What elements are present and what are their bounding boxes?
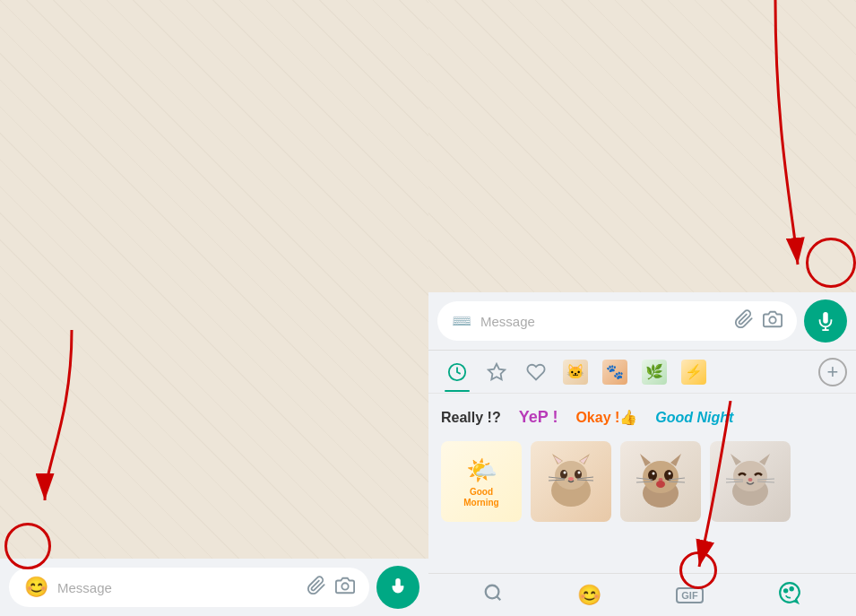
sun-icon: 🌤️ [466,455,497,485]
right-input-bar: ⌨️ Message [428,292,856,350]
search-icon-picker[interactable] [483,583,503,608]
mic-button-left[interactable] [376,566,419,609]
text-sticker-really[interactable]: Really !? [441,410,501,426]
mic-button-right[interactable] [804,299,847,343]
svg-point-48 [790,587,792,590]
tab-favorites[interactable] [477,352,516,392]
tab-sticker-3[interactable]: 🌿 [635,352,674,392]
svg-point-15 [575,470,582,479]
sticker-tabs-row: 🐱 🐾 🌿 ⚡ + [428,351,856,394]
right-message-input-container: ⌨️ Message [437,301,797,341]
attach-icon-right[interactable] [734,309,754,333]
left-message-input-container: 😊 Message [9,568,369,607]
right-chat-background-pattern [428,0,856,292]
message-placeholder-right: Message [480,314,725,329]
sticker-content-area: Really !? YeP ! Okay !👍 Good Night 🌤️ Go… [428,394,856,573]
tab-sticker-4[interactable]: ⚡ [674,352,713,392]
text-sticker-okay[interactable]: Okay !👍 [575,409,637,426]
svg-point-14 [560,470,567,479]
sticker-picker-panel: 🐱 🐾 🌿 ⚡ + Really !? YeP ! Okay !👍 Good N… [428,350,856,616]
left-chat-area [0,0,428,559]
camera-icon-right[interactable] [763,309,783,333]
cat-3-placeholder [710,441,791,522]
tab-sticker-2[interactable]: 🐾 [595,352,635,392]
svg-point-30 [669,473,671,475]
good-morning-text: GoodMorning [463,487,498,508]
text-sticker-good-night[interactable]: Good Night [655,410,733,426]
emoji-icon-picker[interactable]: 😊 [577,584,601,607]
keyboard-icon[interactable]: ⌨️ [452,311,471,331]
svg-point-32 [656,481,665,488]
cat-1-placeholder [531,441,611,522]
camera-icon-left[interactable] [335,576,355,600]
cat-2-placeholder [620,441,701,522]
mic-icon-left [388,577,408,597]
svg-marker-26 [670,454,681,466]
attach-icon-left[interactable] [307,576,326,600]
svg-point-41 [748,478,753,482]
mic-icon-right [816,311,835,331]
svg-point-29 [653,473,655,475]
gif-button[interactable]: GIF [676,587,703,603]
image-stickers-row: 🌤️ GoodMorning [437,438,847,525]
svg-point-17 [578,472,581,474]
tab-add-button[interactable]: + [818,358,847,386]
left-input-bar: 😊 Message [0,559,428,616]
svg-point-1 [342,583,348,589]
svg-marker-39 [731,454,741,465]
sticker-cat-2[interactable] [620,441,701,522]
sticker-good-morning[interactable]: 🌤️ GoodMorning [441,441,522,522]
sticker-cat-1[interactable] [531,441,611,522]
svg-marker-7 [489,363,505,378]
svg-marker-40 [759,454,770,465]
svg-point-38 [733,461,767,491]
picker-bottom-bar: 😊 GIF [428,573,856,616]
svg-point-9 [555,461,587,490]
svg-point-18 [568,477,574,481]
left-panel: 😊 Message [0,0,428,616]
svg-point-47 [784,589,787,592]
svg-point-24 [643,461,679,493]
sticker-cat-3[interactable] [710,441,791,522]
message-placeholder-left: Message [57,580,298,595]
text-stickers-row: Really !? YeP ! Okay !👍 Good Night [437,401,847,438]
sticker-icon-active[interactable] [778,581,801,610]
chat-background-pattern [0,0,428,559]
tab-heart[interactable] [516,352,556,392]
right-panel: ⌨️ Message [428,0,856,616]
svg-point-3 [769,317,775,323]
tab-recent[interactable] [437,352,477,392]
svg-marker-25 [640,454,651,466]
svg-point-16 [564,472,566,474]
right-chat-area [428,0,856,292]
svg-point-46 [486,585,499,598]
tab-emoji-face[interactable]: 🐱 [556,352,595,392]
emoji-button-left[interactable]: 😊 [23,575,48,600]
text-sticker-yep[interactable]: YeP ! [519,408,558,427]
